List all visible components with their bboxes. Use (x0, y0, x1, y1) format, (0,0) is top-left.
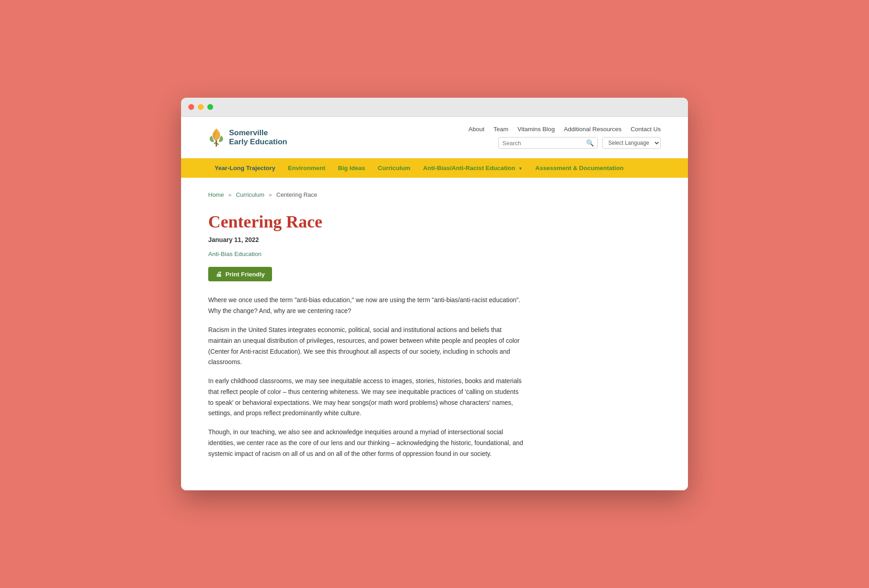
content-area: Home » Curriculum » Centering Race Cente… (181, 178, 688, 490)
logo-line2: Early Education (229, 138, 287, 147)
breadcrumb-separator-1: » (228, 191, 231, 198)
language-select[interactable]: Select Language (602, 137, 661, 149)
nav-anti-bias-education[interactable]: Anti-Bias/Anti-Racist Education ▼ (417, 158, 529, 178)
site-wrapper: Somerville Early Education About Team Vi… (181, 117, 688, 490)
search-input[interactable] (502, 140, 586, 147)
article-paragraph-2: Racism in the United States integrates e… (208, 325, 525, 368)
nav-team[interactable]: Team (493, 126, 508, 133)
article-title: Centering Race (208, 212, 661, 232)
nav-environment[interactable]: Environment (282, 158, 332, 178)
maximize-button[interactable] (207, 104, 213, 110)
nav-big-ideas[interactable]: Big Ideas (332, 158, 372, 178)
article-date: January 11, 2022 (208, 236, 661, 243)
article-paragraph-3: In early childhood classrooms, we may se… (208, 376, 525, 419)
nav-curriculum[interactable]: Curriculum (372, 158, 417, 178)
breadcrumb-home[interactable]: Home (208, 191, 224, 198)
dropdown-arrow-icon: ▼ (518, 166, 523, 171)
nav-additional-resources[interactable]: Additional Resources (564, 126, 622, 133)
browser-chrome (181, 98, 688, 117)
breadcrumb-current: Centering Race (277, 191, 317, 198)
logo-text: Somerville Early Education (229, 128, 287, 147)
breadcrumb-separator-2: » (269, 191, 272, 198)
logo-icon (208, 128, 224, 147)
printer-icon: 🖨 (215, 270, 222, 278)
nav-contact-us[interactable]: Contact Us (630, 126, 661, 133)
site-header: Somerville Early Education About Team Vi… (181, 117, 688, 158)
header-right: About Team Vitamins Blog Additional Reso… (468, 126, 661, 149)
print-button-label: Print Friendly (225, 271, 265, 278)
article: Centering Race January 11, 2022 Anti-Bia… (208, 212, 661, 459)
print-friendly-button[interactable]: 🖨 Print Friendly (208, 267, 272, 281)
category-link[interactable]: Anti-Bias Education (208, 251, 262, 257)
breadcrumb: Home » Curriculum » Centering Race (208, 191, 661, 198)
minimize-button[interactable] (198, 104, 204, 110)
article-category: Anti-Bias Education (208, 250, 661, 258)
header-controls: 🔍 Select Language (498, 137, 661, 149)
breadcrumb-curriculum[interactable]: Curriculum (236, 191, 264, 198)
nav-vitamins-blog[interactable]: Vitamins Blog (517, 126, 554, 133)
logo-area[interactable]: Somerville Early Education (208, 128, 287, 147)
browser-window: Somerville Early Education About Team Vi… (181, 98, 688, 490)
article-paragraph-4: Though, in our teaching, we also see and… (208, 427, 525, 459)
search-box[interactable]: 🔍 (498, 137, 598, 149)
logo-line1: Somerville (229, 128, 287, 138)
close-button[interactable] (188, 104, 194, 110)
nav-about[interactable]: About (468, 126, 484, 133)
article-body: Where we once used the term "anti-bias e… (208, 295, 661, 459)
nav-assessment-documentation[interactable]: Assessment & Documentation (529, 158, 630, 178)
search-icon: 🔍 (586, 139, 594, 147)
article-paragraph-1: Where we once used the term "anti-bias e… (208, 295, 525, 317)
nav-year-long-trajectory[interactable]: Year-Long Trajectory (208, 158, 282, 178)
main-nav: Year-Long Trajectory Environment Big Ide… (181, 158, 688, 178)
top-nav: About Team Vitamins Blog Additional Reso… (468, 126, 661, 133)
